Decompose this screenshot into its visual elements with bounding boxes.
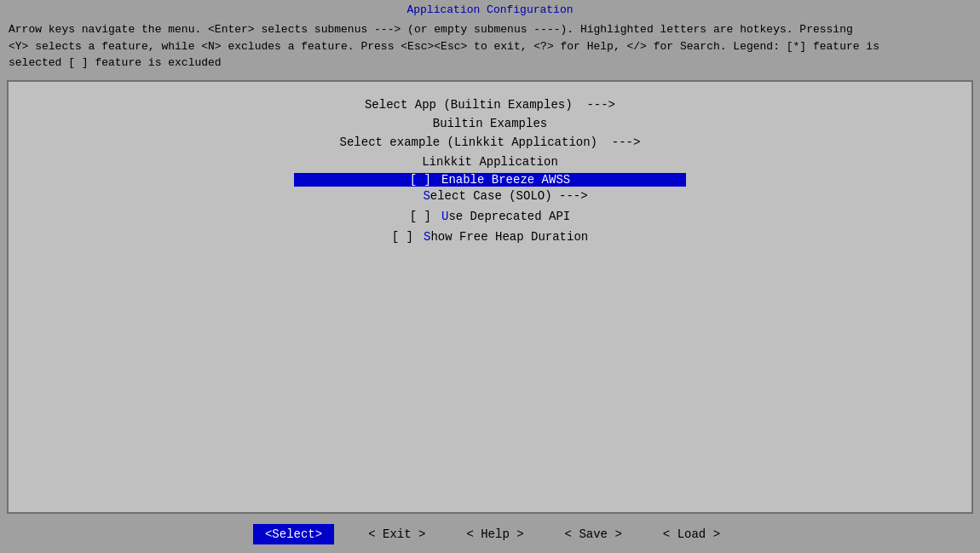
window-title: Application Configuration [406,3,573,16]
menu-item-select-case-solo[interactable]: Select Case (SOLO) ---> [9,187,971,207]
checkbox-show-free-heap-duration: [ ] [392,228,413,248]
help-line-3: selected [ ] feature is excluded [9,55,971,72]
label-show-free-heap-duration: Show Free Heap Duration [424,228,588,248]
breadcrumb-3: Select example (Linkkit Application) ---… [9,133,971,152]
menu-item-enable-breeze-awss[interactable]: [ ] Enable Breeze AWSS [294,173,686,187]
label-enable-breeze-awss: Enable Breeze AWSS [441,173,570,187]
menu-item-show-free-heap-duration[interactable]: [ ] Show Free Heap Duration [9,228,971,248]
breadcrumb-2: Builtin Examples [9,114,971,133]
help-line-1: Arrow keys navigate the menu. <Enter> se… [9,21,971,38]
breadcrumb-4: Linkkit Application [9,153,971,171]
exit-button[interactable]: < Exit > [361,524,432,544]
save-button[interactable]: < Save > [558,524,629,544]
main-area: Select App (Builtin Examples) ---> Built… [7,80,973,515]
label-use-deprecated-api: Use Deprecated API [441,207,570,228]
label-select-case-solo: Select Case (SOLO) ---> [423,187,587,207]
breadcrumb-1: Select App (Builtin Examples) ---> [9,95,971,114]
load-button[interactable]: < Load > [656,524,727,544]
bottom-bar: <Select> < Exit > < Help > < Save > < Lo… [0,517,980,553]
title-bar: Application Configuration [0,0,980,18]
checkbox-enable-breeze-awss: [ ] [410,173,431,187]
checkbox-use-deprecated-api: [ ] [410,207,431,228]
help-line-2: <Y> selects a feature, while <N> exclude… [9,38,971,55]
menu-item-use-deprecated-api[interactable]: [ ] Use Deprecated API [9,207,971,228]
select-button[interactable]: <Select> [253,524,334,544]
help-text: Arrow keys navigate the menu. <Enter> se… [0,18,980,77]
help-button[interactable]: < Help > [459,524,530,544]
